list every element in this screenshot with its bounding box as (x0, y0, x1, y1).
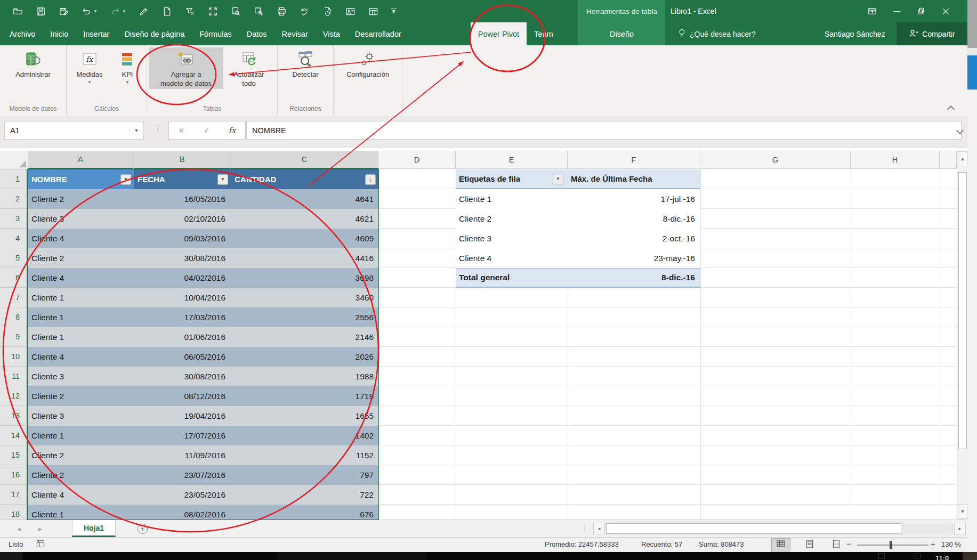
pivot-filter-dropdown-icon[interactable]: ▼ (553, 174, 563, 184)
zoom-slider-thumb[interactable] (890, 541, 892, 549)
table-cell[interactable]: 17/03/2016 (134, 307, 231, 327)
table-cell[interactable]: 676 (231, 505, 378, 520)
dropdown-arrow-icon[interactable]: ▼ (125, 80, 130, 85)
row-header-17[interactable]: 17 (0, 485, 28, 505)
name-box-dropdown-icon[interactable]: ▼ (129, 128, 143, 133)
pivot-values-header[interactable]: Máx. de Última Fecha (568, 169, 700, 189)
row-header-6[interactable]: 6 (0, 268, 28, 288)
row-header-7[interactable]: 7 (0, 288, 28, 307)
pivot-cell[interactable]: 23-may.-16 (568, 248, 700, 268)
table-cell[interactable]: 2146 (231, 327, 378, 347)
table-cell[interactable]: 4621 (231, 209, 378, 229)
column-header-partial[interactable] (940, 151, 957, 169)
table-card-icon[interactable] (368, 6, 378, 17)
name-box[interactable]: A1 ▼ (4, 121, 144, 140)
sheet-tab-hoja1[interactable]: Hoja1 (72, 520, 116, 537)
table-cell[interactable]: 30/08/2016 (134, 248, 231, 268)
page-layout-view-button[interactable] (800, 538, 819, 551)
row-header-13[interactable]: 13 (0, 406, 28, 426)
table-cell[interactable]: 1152 (231, 445, 378, 465)
table-cell[interactable]: 722 (231, 485, 378, 505)
table-cell[interactable]: Cliente 3 (28, 367, 134, 386)
pivot-cell[interactable]: Cliente 1 (456, 189, 568, 209)
insert-function-icon[interactable]: fx (228, 126, 236, 135)
table-cell[interactable]: 4641 (231, 189, 378, 209)
table-cell[interactable]: 2026 (231, 347, 378, 367)
column-header-e[interactable]: E (456, 151, 568, 169)
row-header-11[interactable]: 11 (0, 367, 28, 386)
table-cell[interactable]: Cliente 4 (28, 229, 134, 248)
column-header-f[interactable]: F (568, 151, 700, 169)
tab-insertar[interactable]: Insertar (76, 22, 117, 45)
share-button[interactable]: Compartir (897, 22, 967, 45)
table-cell[interactable]: 02/10/2016 (134, 209, 231, 229)
format-painter-icon[interactable] (139, 6, 149, 17)
tab-vista[interactable]: Vista (316, 22, 348, 45)
ribbon-button-medidas[interactable]: fxMedidas▼ (69, 47, 110, 86)
clear-filter-icon[interactable] (185, 6, 195, 17)
vertical-scrollbar[interactable]: ▲ ▼ (957, 151, 967, 520)
zoom-percentage[interactable]: 130 % (941, 540, 961, 548)
table-cell[interactable]: Cliente 1 (28, 327, 134, 347)
tab-desarrollador[interactable]: Desarrollador (348, 22, 409, 45)
prev-sheet-icon[interactable]: ◄ (16, 520, 22, 538)
filter-dropdown-icon[interactable]: ▼ (217, 174, 228, 185)
user-name[interactable]: Santiago Sánchez (825, 22, 885, 45)
table-cell[interactable]: 06/05/2016 (134, 347, 231, 367)
tab-team[interactable]: Team (527, 22, 560, 45)
scroll-left-icon[interactable]: ◄ (593, 523, 605, 534)
table-cell[interactable]: 3698 (231, 268, 378, 288)
row-header-5[interactable]: 5 (0, 248, 28, 268)
pivot-cell[interactable]: Cliente 4 (456, 248, 568, 268)
table-cell[interactable]: 4416 (231, 248, 378, 268)
table-cell[interactable]: 1719 (231, 386, 378, 406)
print-preview-icon[interactable] (231, 6, 241, 17)
tab-fórmulas[interactable]: Fórmulas (192, 22, 239, 45)
ribbon-button-detectar[interactable]: Detectar (280, 47, 331, 80)
table-cell[interactable]: 08/12/2016 (134, 386, 231, 406)
column-header-g[interactable]: G (700, 151, 851, 169)
close-button[interactable] (933, 0, 958, 22)
next-sheet-icon[interactable]: ► (37, 520, 43, 538)
scroll-right-icon[interactable]: ► (954, 523, 966, 534)
table-cell[interactable]: 1655 (231, 406, 378, 426)
table-header-nombre[interactable]: NOMBRE▼ (28, 169, 134, 189)
vertical-scroll-thumb[interactable] (958, 172, 967, 449)
table-cell[interactable]: Cliente 2 (28, 465, 134, 485)
contacts-icon[interactable] (345, 6, 356, 17)
select-all-corner[interactable] (0, 151, 28, 169)
table-cell[interactable]: Cliente 4 (28, 268, 134, 288)
row-header-10[interactable]: 10 (0, 347, 28, 367)
table-header-fecha[interactable]: FECHA▼ (134, 169, 231, 189)
table-cell[interactable]: Cliente 2 (28, 445, 134, 465)
save-as-icon[interactable] (59, 6, 69, 17)
new-document-icon[interactable] (162, 6, 172, 17)
tell-me-box[interactable]: ¿Qué desea hacer? (678, 22, 756, 45)
redo-dropdown-icon[interactable]: ▼ (122, 9, 126, 14)
table-cell[interactable]: 4609 (231, 229, 378, 248)
row-header-16[interactable]: 16 (0, 465, 28, 485)
minimize-button[interactable] (884, 0, 909, 22)
scroll-up-icon[interactable]: ▲ (958, 151, 967, 166)
row-header-12[interactable]: 12 (0, 386, 28, 406)
table-cell[interactable]: 09/03/2016 (134, 229, 231, 248)
table-cell[interactable]: Cliente 1 (28, 288, 134, 307)
pivot-total-cell[interactable]: Total general (456, 268, 568, 288)
ribbon-button-kpi[interactable]: KPI▼ (110, 47, 144, 86)
table-cell[interactable]: 17/07/2016 (134, 426, 231, 445)
table-cell[interactable]: 19/04/2016 (134, 406, 231, 426)
column-header-c[interactable]: C (231, 151, 378, 169)
sort-descending-icon[interactable]: ↓ (365, 174, 376, 185)
table-cell[interactable]: 23/07/2016 (134, 465, 231, 485)
open-icon[interactable] (13, 6, 23, 17)
table-cell[interactable]: 01/06/2016 (134, 327, 231, 347)
row-header-1[interactable]: 1 (0, 169, 28, 189)
pivot-cell[interactable]: Cliente 2 (456, 209, 568, 229)
tab-power-pivot[interactable]: Power Pivot (471, 22, 527, 45)
expand-formula-bar-icon[interactable] (957, 128, 963, 133)
table-cell[interactable]: 1402 (231, 426, 378, 445)
table-cell[interactable]: Cliente 4 (28, 347, 134, 367)
row-header-14[interactable]: 14 (0, 426, 28, 445)
table-cell[interactable]: 23/05/2016 (134, 485, 231, 505)
row-header-15[interactable]: 15 (0, 445, 28, 465)
